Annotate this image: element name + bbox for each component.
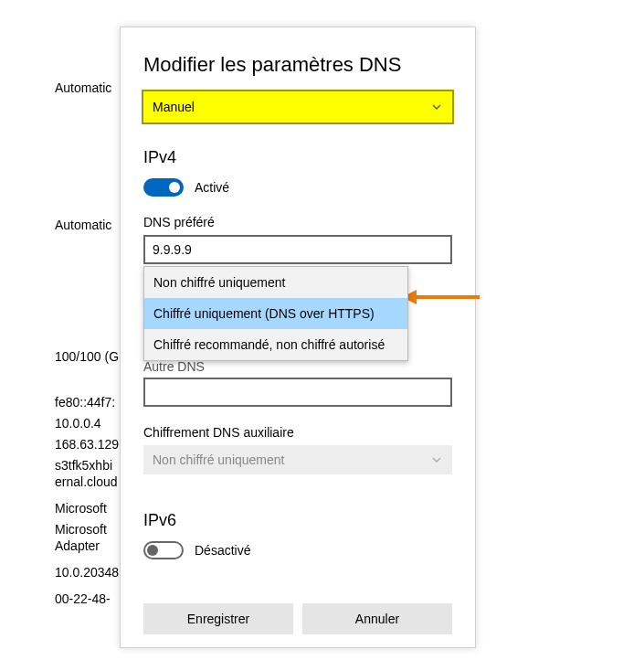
ipv6-heading: IPv6 [143,511,452,530]
mode-dropdown-value: Manuel [153,100,195,114]
ipv4-toggle-label: Activé [195,180,229,195]
background-value: Microsoft [55,522,107,537]
chevron-down-icon [430,101,443,113]
dns-encryption-dropdown-popup: Non chiffré uniquement Chiffré uniquemen… [143,266,408,361]
ipv6-toggle-label: Désactivé [195,543,250,558]
background-value: Automatic [55,80,111,95]
dns-enc-option-recommended[interactable]: Chiffré recommandé, non chiffré autorisé [144,329,407,360]
background-value: 168.63.129 [55,437,119,452]
background-value: Adapter [55,538,100,553]
background-value: Microsoft [55,501,107,516]
ipv6-section: IPv6 Désactivé [143,511,452,559]
aux-enc-dropdown: Non chiffré uniquement [143,445,452,474]
background-value: fe80::44f7: [55,395,115,410]
dialog-title: Modifier les paramètres DNS [143,53,452,77]
dns-preferred-input[interactable]: 9.9.9.9 [143,235,452,264]
aux-enc-value: Non chiffré uniquement [153,452,285,467]
background-value: 00-22-48- [55,591,111,606]
background-value: Automatic [55,218,111,232]
dns-enc-option-unencrypted[interactable]: Non chiffré uniquement [144,267,407,298]
cancel-button[interactable]: Annuler [302,603,452,634]
background-value: s3tfk5xhbi [55,458,112,473]
alt-dns-label: Autre DNS [143,359,452,374]
background-value: ernal.cloud [55,474,118,489]
ipv6-toggle[interactable] [143,541,184,559]
dns-preferred-label: DNS préféré [143,215,452,229]
save-button[interactable]: Enregistrer [143,603,293,634]
dns-enc-option-doh[interactable]: Chiffré uniquement (DNS over HTTPS) [144,298,407,329]
ipv4-toggle[interactable] [143,178,184,197]
background-value: 100/100 (G [55,349,119,364]
dns-preferred-value: 9.9.9.9 [153,242,192,257]
dns-settings-dialog: Modifier les paramètres DNS Manuel IPv4 … [120,27,476,648]
ipv4-heading: IPv4 [143,148,452,167]
aux-enc-label: Chiffrement DNS auxiliaire [143,425,452,440]
annotation-arrow-icon [402,287,480,307]
alt-dns-input[interactable] [143,378,452,407]
background-value: 10.0.20348 [55,565,119,580]
chevron-down-icon [430,453,443,466]
mode-dropdown[interactable]: Manuel [143,91,452,122]
background-value: 10.0.0.4 [55,416,101,431]
ipv4-section: IPv4 Activé DNS préféré 9.9.9.9 Non chif… [143,148,452,474]
